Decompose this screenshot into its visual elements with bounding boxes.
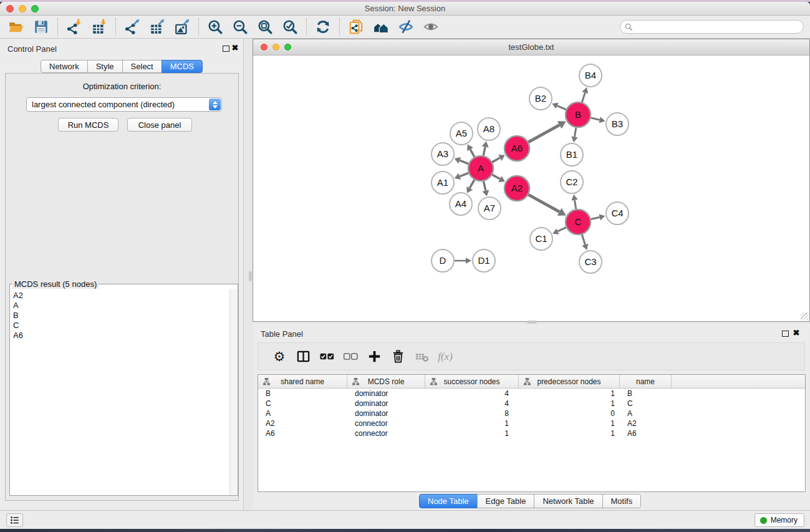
open-session-button[interactable]: [4, 17, 29, 37]
graph-edge[interactable]: [557, 228, 566, 231]
float-panel-icon[interactable]: [782, 331, 789, 337]
tab-style[interactable]: Style: [87, 60, 123, 73]
function-builder-button[interactable]: f(x): [433, 346, 457, 368]
float-panel-icon[interactable]: [223, 46, 229, 52]
graph-edge[interactable]: [460, 160, 468, 163]
close-panel-icon[interactable]: ✖: [230, 42, 240, 54]
graph-edge[interactable]: [582, 93, 585, 102]
graph-edge[interactable]: [591, 118, 599, 120]
show-panels-button[interactable]: [418, 17, 443, 37]
network-canvas[interactable]: AA1A2A3A4A5A6A7A8BB1B2B3B4CC1C2C3C4DD1: [253, 56, 809, 321]
graph-edge[interactable]: [528, 195, 559, 211]
toolbar-separator: [198, 18, 199, 36]
table-row[interactable]: B dominator 4 1 B: [258, 389, 805, 399]
deselect-all-rows-button[interactable]: [339, 346, 362, 368]
zoom-out-button[interactable]: [228, 17, 253, 37]
list-item[interactable]: A6: [13, 331, 229, 341]
table-row[interactable]: A6 connector 1 1 A6: [258, 428, 805, 438]
refresh-icon: [315, 19, 331, 35]
tab-select[interactable]: Select: [122, 60, 162, 73]
open-folder-icon: [8, 19, 24, 35]
panel-splitter-handle[interactable]: [249, 271, 252, 281]
graph-edge[interactable]: [582, 235, 585, 244]
result-scrollbar[interactable]: [229, 289, 238, 495]
list-item[interactable]: B: [13, 311, 229, 321]
export-table-icon: [149, 19, 165, 35]
graph-node-label: A8: [483, 123, 494, 134]
graph-edge[interactable]: [483, 181, 485, 191]
graph-edge[interactable]: [574, 128, 576, 137]
export-image-button[interactable]: [170, 17, 195, 37]
import-table-button[interactable]: [87, 17, 112, 37]
table-settings-button[interactable]: ⚙: [268, 346, 291, 368]
list-item[interactable]: A: [13, 301, 229, 311]
graph-edge-arrowhead: [599, 117, 605, 123]
memory-status-icon: [760, 517, 767, 524]
table-row[interactable]: A2 connector 1 1 A2: [258, 418, 805, 428]
graph-edge[interactable]: [470, 180, 475, 188]
import-network-button[interactable]: [62, 17, 87, 37]
tab-network-table[interactable]: Network Table: [534, 494, 602, 508]
tab-motifs[interactable]: Motifs: [602, 494, 642, 508]
graph-edge[interactable]: [574, 200, 576, 210]
save-session-button[interactable]: [29, 17, 54, 37]
table-row[interactable]: A dominator 8 0 A: [258, 409, 805, 418]
tab-node-table[interactable]: Node Table: [419, 494, 478, 508]
export-network-button[interactable]: [120, 17, 145, 37]
list-icon: [10, 516, 19, 525]
graph-node-label: A2: [511, 183, 523, 193]
delete-table-button[interactable]: [410, 346, 433, 368]
refresh-view-button[interactable]: [311, 17, 335, 37]
home-layout-button[interactable]: [369, 17, 393, 37]
memory-button[interactable]: Memory: [755, 513, 804, 527]
column-header-shared-name[interactable]: shared name: [258, 375, 347, 388]
export-table-button[interactable]: [145, 17, 170, 37]
graph-node-label: B2: [535, 93, 546, 104]
close-panel-button[interactable]: Close panel: [127, 118, 192, 132]
window-title: Session: New Session: [0, 4, 810, 13]
tab-network[interactable]: Network: [41, 60, 88, 73]
list-item[interactable]: A2: [13, 291, 229, 301]
run-mcds-button[interactable]: Run MCDS: [58, 118, 118, 132]
add-column-button[interactable]: [362, 346, 386, 368]
checked-boxes-icon: [320, 349, 334, 364]
network-window-titlebar[interactable]: testGlobe.txt: [253, 39, 809, 56]
zoom-fit-button[interactable]: [253, 17, 277, 37]
graph-edge[interactable]: [483, 147, 485, 155]
show-columns-button[interactable]: [291, 346, 315, 368]
clone-network-button[interactable]: [344, 17, 369, 37]
column-header-predecessor-nodes[interactable]: predecessor nodes: [519, 375, 620, 388]
desktop-background-bottom: [0, 529, 810, 532]
table-toolbar: ⚙: [258, 342, 805, 370]
column-header-name[interactable]: name: [620, 375, 672, 388]
graph-edge[interactable]: [557, 106, 566, 110]
export-image-icon: [174, 19, 190, 35]
zoom-selected-button[interactable]: [277, 17, 302, 37]
graph-edge[interactable]: [460, 173, 468, 176]
column-header-successor-nodes[interactable]: successor nodes: [425, 375, 519, 388]
tab-edge-table[interactable]: Edge Table: [477, 494, 535, 508]
criterion-dropdown[interactable]: largest connected component (directed): [26, 97, 222, 112]
graph-node-label: A6: [511, 143, 523, 153]
plus-icon: [367, 349, 382, 364]
hide-panels-button[interactable]: [393, 17, 418, 37]
column-header-mcds-role[interactable]: MCDS role: [347, 375, 425, 388]
network-graph[interactable]: AA1A2A3A4A5A6A7A8BB1B2B3B4CC1C2C3C4DD1: [253, 56, 809, 321]
eye-slash-icon: [398, 19, 414, 35]
zoom-in-button[interactable]: [203, 17, 228, 37]
delete-column-button[interactable]: [386, 346, 410, 368]
select-all-rows-button[interactable]: [315, 346, 339, 368]
graph-edge[interactable]: [591, 217, 599, 219]
search-input[interactable]: [635, 21, 803, 32]
task-history-button[interactable]: [6, 513, 23, 527]
graph-edge[interactable]: [470, 149, 475, 157]
table-row[interactable]: C dominator 4 1 C: [258, 399, 805, 409]
graph-edge[interactable]: [492, 175, 499, 179]
graph-edge[interactable]: [528, 125, 559, 142]
graph-edge[interactable]: [492, 158, 499, 162]
resize-grip-icon[interactable]: [801, 312, 809, 321]
close-panel-icon[interactable]: ✖: [791, 327, 801, 339]
graph-node-label: C2: [566, 177, 577, 187]
tab-mcds[interactable]: MCDS: [162, 60, 203, 73]
list-item[interactable]: C: [13, 321, 229, 331]
